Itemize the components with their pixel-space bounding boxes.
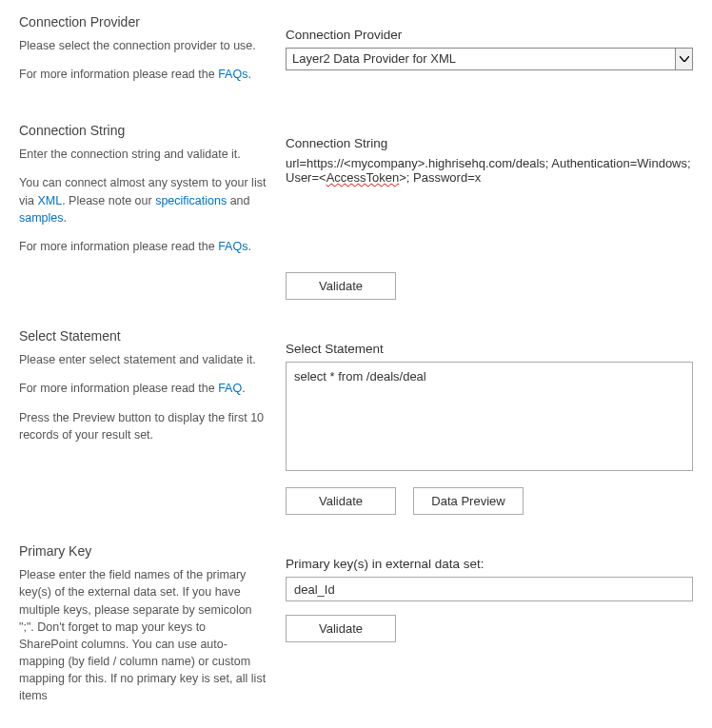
helper-text: Press the Preview button to display the …	[19, 409, 267, 443]
helper-text: Enter the connection string and validate…	[19, 146, 267, 163]
sidebar-primary-key: Primary Key Please enter the field names…	[19, 543, 286, 704]
sidebar-title: Primary Key	[19, 543, 267, 559]
sidebar-select-statement: Select Statement Please enter select sta…	[19, 328, 286, 455]
sidebar-title: Connection String	[19, 123, 267, 138]
connection-string-input[interactable]: url=https://<mycompany>.highrisehq.com/d…	[286, 156, 693, 259]
select-value: Layer2 Data Provider for XML	[286, 48, 693, 70]
helper-text: Please select the connection provider to…	[19, 37, 267, 54]
select-statement-input[interactable]	[286, 362, 693, 471]
section-connection-provider: Connection Provider Please select the co…	[19, 14, 693, 94]
spellcheck-squiggle: AccessToken	[326, 170, 400, 185]
helper-text: You can connect almost any system to you…	[19, 174, 267, 226]
field-select-statement: Select Statement Validate Data Preview	[286, 328, 693, 515]
helper-text: For more information please read the FAQ…	[19, 238, 267, 255]
primary-key-input[interactable]	[286, 577, 693, 601]
sidebar-connection-string: Connection String Enter the connection s…	[19, 123, 286, 266]
xml-link[interactable]: XML	[37, 194, 62, 207]
helper-text: For more information please read the FAQ…	[19, 66, 267, 83]
helper-text: Please enter select statement and valida…	[19, 351, 267, 368]
validate-button[interactable]: Validate	[286, 272, 396, 300]
field-connection-provider: Connection Provider Layer2 Data Provider…	[286, 14, 693, 70]
section-select-statement: Select Statement Please enter select sta…	[19, 328, 693, 515]
specifications-link[interactable]: specifications	[155, 194, 227, 207]
sidebar-connection-provider: Connection Provider Please select the co…	[19, 14, 286, 94]
faqs-link[interactable]: FAQs	[218, 240, 247, 253]
field-connection-string: Connection String url=https://<mycompany…	[286, 123, 693, 300]
button-row: Validate Data Preview	[286, 487, 693, 515]
samples-link[interactable]: samples	[19, 211, 64, 225]
helper-text: For more information please read the FAQ…	[19, 380, 267, 397]
sidebar-title: Select Statement	[19, 328, 267, 344]
helper-text: Please enter the field names of the prim…	[19, 566, 267, 704]
connection-provider-select[interactable]: Layer2 Data Provider for XML	[286, 48, 693, 70]
validate-button[interactable]: Validate	[286, 615, 396, 642]
field-label: Connection Provider	[286, 28, 693, 42]
section-connection-string: Connection String Enter the connection s…	[19, 123, 693, 300]
field-label: Primary key(s) in external data set:	[286, 557, 693, 571]
data-preview-button[interactable]: Data Preview	[413, 487, 524, 515]
faqs-link[interactable]: FAQs	[218, 68, 247, 81]
faq-link[interactable]: FAQ	[218, 382, 242, 395]
field-label: Select Statement	[286, 342, 693, 356]
button-row: Validate	[286, 272, 693, 300]
section-primary-key: Primary Key Please enter the field names…	[19, 543, 693, 704]
validate-button[interactable]: Validate	[286, 487, 396, 515]
button-row: Validate	[286, 615, 693, 642]
field-label: Connection String	[286, 136, 693, 150]
field-primary-key: Primary key(s) in external data set: Val…	[286, 543, 693, 642]
sidebar-title: Connection Provider	[19, 14, 267, 30]
